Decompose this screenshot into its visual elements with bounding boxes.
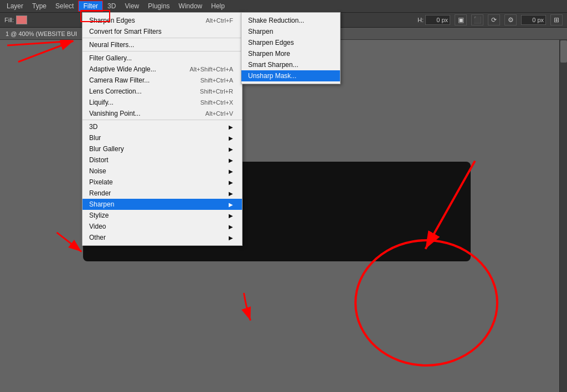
filter-liquify[interactable]: Liquify... Shift+Ctrl+X (83, 97, 242, 108)
filter-adaptive-wide-shortcut: Alt+Shift+Ctrl+A (189, 66, 233, 73)
sharpen-shake-reduction-label: Shake Reduction... (248, 17, 304, 24)
filter-submenu-render[interactable]: Render ▶ (83, 188, 242, 199)
sharpen-unsharp-mask-label: Unsharp Mask... (248, 72, 296, 80)
filter-submenu-blur-gallery-label: Blur Gallery (89, 145, 124, 153)
filter-camera-raw-label: Camera Raw Filter... (89, 76, 150, 84)
filter-lens-correction[interactable]: Lens Correction... Shift+Ctrl+R (83, 86, 242, 97)
filter-submenu-3d[interactable]: 3D ▶ (83, 121, 242, 132)
submenu-arrow-blur: ▶ (229, 135, 233, 141)
scrollbar-right[interactable] (559, 40, 567, 392)
h-input[interactable] (425, 15, 450, 25)
filter-vanishing-point-shortcut: Alt+Ctrl+V (205, 110, 233, 117)
submenu-arrow-pixelate: ▶ (229, 179, 233, 185)
sharpen-sharpen[interactable]: Sharpen (241, 26, 340, 37)
filter-submenu-render-label: Render (89, 189, 111, 197)
menu-item-select[interactable]: Select (51, 1, 78, 11)
filter-submenu-distort-label: Distort (89, 156, 109, 164)
filter-submenu-other-label: Other (89, 234, 106, 241)
filter-vanishing-point[interactable]: Vanishing Point... Alt+Ctrl+V (83, 108, 242, 120)
menu-item-filter[interactable]: Filter (78, 1, 103, 12)
filter-submenu-sharpen-label: Sharpen (89, 200, 114, 208)
sharpen-sharpen-more-label: Sharpen More (248, 50, 290, 58)
align-icon-1[interactable]: ▣ (455, 14, 467, 25)
gear-icon[interactable]: ⚙ (504, 14, 517, 25)
scrollbar-thumb[interactable] (560, 40, 567, 63)
filter-lens-correction-label: Lens Correction... (89, 87, 142, 95)
filter-camera-raw-shortcut: Shift+Ctrl+A (200, 77, 233, 84)
filter-neural[interactable]: Neural Filters... (83, 39, 242, 51)
filter-adaptive-wide-label: Adaptive Wide Angle... (89, 65, 156, 73)
sharpen-submenu: Shake Reduction... Sharpen Sharpen Edges… (241, 12, 341, 84)
filter-sharpen-edges-top-shortcut: Alt+Ctrl+F (205, 17, 233, 24)
filter-sharpen-edges-top[interactable]: Sharpen Edges Alt+Ctrl+F (83, 15, 242, 26)
filter-submenu-video-label: Video (89, 223, 106, 230)
filter-gallery[interactable]: Filter Gallery... (83, 53, 242, 64)
menu-item-type[interactable]: Type (28, 1, 51, 11)
submenu-arrow-noise: ▶ (229, 168, 233, 174)
filter-submenu-noise[interactable]: Noise ▶ (83, 166, 242, 177)
filter-submenu-stylize-label: Stylize (89, 212, 109, 219)
filter-submenu-stylize[interactable]: Stylize ▶ (83, 210, 242, 221)
align-icon-2[interactable]: ⬛ (471, 14, 483, 25)
sharpen-unsharp-mask[interactable]: Unsharp Mask... (241, 70, 340, 81)
menu-item-layer[interactable]: Layer (2, 1, 28, 11)
menu-item-view[interactable]: View (120, 1, 143, 11)
doc-title: 1 @ 400% (WEBSITE BUI (6, 30, 77, 37)
filter-neural-label: Neural Filters... (89, 41, 134, 49)
sharpen-sharpen-edges-label: Sharpen Edges (248, 39, 294, 47)
svg-line-1 (18, 41, 73, 62)
filter-submenu-video[interactable]: Video ▶ (83, 221, 242, 232)
submenu-arrow-distort: ▶ (229, 157, 233, 163)
filter-submenu-blur-label: Blur (89, 134, 101, 142)
submenu-arrow-stylize: ▶ (229, 213, 233, 219)
sharpen-sharpen-more[interactable]: Sharpen More (241, 48, 340, 59)
submenu-arrow-video: ▶ (229, 224, 233, 230)
sharpen-smart-sharpen[interactable]: Smart Sharpen... (241, 59, 340, 70)
submenu-arrow-3d: ▶ (229, 124, 233, 130)
filter-dropdown: Sharpen Edges Alt+Ctrl+F Convert for Sma… (82, 12, 243, 246)
filter-submenu-sharpen[interactable]: Sharpen ▶ (83, 199, 242, 210)
filter-liquify-shortcut: Shift+Ctrl+X (200, 99, 233, 106)
fill-box: Fill: (4, 16, 27, 24)
filter-gallery-label: Filter Gallery... (89, 54, 132, 62)
filter-submenu-noise-label: Noise (89, 167, 106, 175)
submenu-arrow-blur-gallery: ▶ (229, 146, 233, 152)
filter-camera-raw[interactable]: Camera Raw Filter... Shift+Ctrl+A (83, 75, 242, 86)
fill-color-swatch[interactable] (16, 16, 27, 24)
submenu-arrow-other: ▶ (229, 235, 233, 241)
w-input[interactable] (521, 15, 546, 25)
filter-lens-correction-shortcut: Shift+Ctrl+R (200, 88, 233, 95)
sharpen-shake-reduction[interactable]: Shake Reduction... (241, 15, 340, 26)
svg-line-3 (57, 233, 82, 252)
filter-submenu-other[interactable]: Other ▶ (83, 232, 242, 243)
submenu-arrow-render: ▶ (229, 190, 233, 197)
filter-convert-smart[interactable]: Convert for Smart Filters (83, 26, 242, 38)
filter-submenu-pixelate-label: Pixelate (89, 178, 113, 186)
align-distribute-icon[interactable]: ⊞ (550, 14, 563, 25)
sharpen-sharpen-edges[interactable]: Sharpen Edges (241, 37, 340, 48)
sharpen-sharpen-label: Sharpen (248, 28, 273, 35)
h-field: H: (417, 15, 450, 25)
menu-bar: Layer Type Select Filter 3D View Plugins… (0, 0, 567, 12)
fill-label: Fill: (4, 17, 14, 23)
transform-icon[interactable]: ⟳ (488, 14, 500, 25)
filter-vanishing-point-label: Vanishing Point... (89, 110, 141, 117)
filter-submenu-pixelate[interactable]: Pixelate ▶ (83, 177, 242, 188)
filter-adaptive-wide[interactable]: Adaptive Wide Angle... Alt+Shift+Ctrl+A (83, 64, 242, 75)
filter-submenu-distort[interactable]: Distort ▶ (83, 154, 242, 166)
h-label: H: (417, 17, 424, 23)
sharpen-smart-sharpen-label: Smart Sharpen... (248, 61, 298, 69)
filter-sharpen-edges-top-label: Sharpen Edges (89, 17, 135, 24)
filter-liquify-label: Liquify... (89, 99, 114, 106)
filter-submenu-blur[interactable]: Blur ▶ (83, 132, 242, 143)
w-field (521, 15, 546, 25)
menu-item-help[interactable]: Help (207, 1, 229, 11)
filter-submenu-blur-gallery[interactable]: Blur Gallery ▶ (83, 143, 242, 154)
menu-item-3d[interactable]: 3D (103, 1, 120, 11)
submenu-arrow-sharpen: ▶ (229, 202, 233, 208)
filter-convert-smart-label: Convert for Smart Filters (89, 28, 162, 35)
menu-item-window[interactable]: Window (174, 1, 207, 11)
filter-submenu-3d-label: 3D (89, 123, 97, 131)
menu-item-plugins[interactable]: Plugins (143, 1, 174, 11)
